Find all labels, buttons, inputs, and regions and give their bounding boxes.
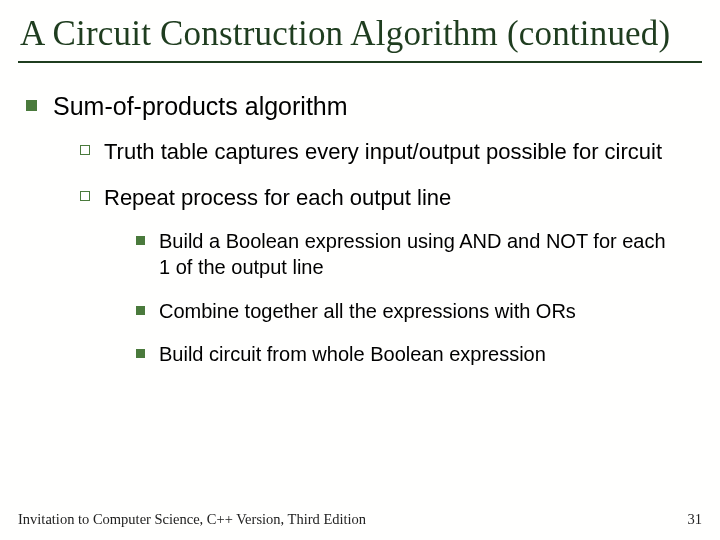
list-item: Build circuit from whole Boolean express… xyxy=(136,342,702,368)
list-item: Build a Boolean expression using AND and… xyxy=(136,229,702,280)
level2-text: Repeat process for each output line xyxy=(104,184,471,212)
footer: Invitation to Computer Science, C++ Vers… xyxy=(18,511,702,528)
level3-text: Combine together all the expressions wit… xyxy=(159,299,596,325)
slide: A Circuit Construction Algorithm (contin… xyxy=(0,0,720,540)
hollow-square-bullet-icon xyxy=(80,191,90,201)
square-bullet-icon xyxy=(136,236,145,245)
list-item: Combine together all the expressions wit… xyxy=(136,299,702,325)
hollow-square-bullet-icon xyxy=(80,145,90,155)
page-number: 31 xyxy=(688,511,703,528)
square-bullet-icon xyxy=(136,349,145,358)
level3-text: Build a Boolean expression using AND and… xyxy=(159,229,702,280)
square-bullet-icon xyxy=(136,306,145,315)
square-bullet-icon xyxy=(26,100,37,111)
footer-source: Invitation to Computer Science, C++ Vers… xyxy=(18,511,366,528)
slide-title: A Circuit Construction Algorithm (contin… xyxy=(18,10,702,63)
list-item: Repeat process for each output line xyxy=(80,184,702,212)
list-item: Truth table captures every input/output … xyxy=(80,138,702,166)
level2-text: Truth table captures every input/output … xyxy=(104,138,682,166)
level1-text: Sum-of-products algorithm xyxy=(53,91,348,122)
list-item: Sum-of-products algorithm xyxy=(26,91,702,122)
level3-text: Build circuit from whole Boolean express… xyxy=(159,342,566,368)
